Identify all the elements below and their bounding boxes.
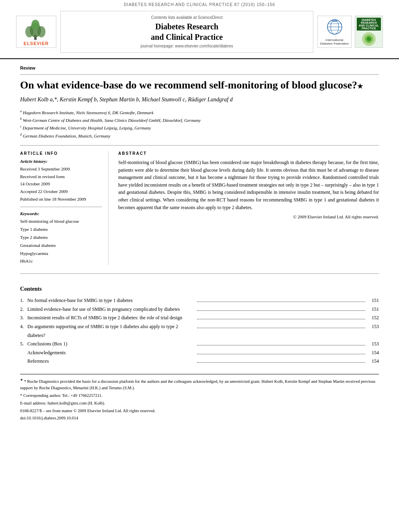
header-content: ELSEVIER Contents lists available at Sci… <box>16 8 383 55</box>
abstract-header: ABSTRACT <box>118 151 379 156</box>
authors: Hubert Kolb a,*, Kerstin Kempf b, Stepha… <box>20 95 379 104</box>
footer-notes: ★ * Roche Diagnostics provided the basis… <box>20 374 379 422</box>
article-info-col: ARTICLE INFO Article history: Received 3… <box>20 151 109 265</box>
idf-globe-icon <box>323 18 347 38</box>
right-logos: International Diabetes Federation DIABET… <box>317 16 383 48</box>
contents-label-1: No formal evidence-base for SMBG in type… <box>27 296 195 305</box>
affiliation-c: c Department of Medicine, University Hos… <box>20 124 379 131</box>
contents-item-ack: Acknowledgements 154 <box>20 349 379 357</box>
contents-page-ack: 154 <box>367 349 379 357</box>
contents-item-ref: References 154 <box>20 357 379 366</box>
contents-num-4: 4. <box>20 322 27 331</box>
article-history-text: Received 3 September 2009 Received in re… <box>20 165 102 203</box>
elsevier-wordmark: ELSEVIER <box>24 41 49 46</box>
contents-item-4: 4. Do arguments supporting use of SMBG i… <box>20 322 379 340</box>
contents-dots-5 <box>197 345 365 345</box>
contents-label-4: Do arguments supporting use of SMBG in t… <box>27 322 195 340</box>
contents-divider-top <box>20 273 379 274</box>
page: DIABETES RESEARCH AND CLINICAL PRACTICE … <box>0 0 399 532</box>
contents-page-2: 151 <box>367 305 379 314</box>
journal-title-bar: DIABETES RESEARCH AND CLINICAL PRACTICE … <box>16 0 383 8</box>
doi-line: doi:10.1016/j.diabres.2009.10.014 <box>20 415 379 422</box>
contents-num-2: 2. <box>20 305 27 314</box>
email-link[interactable]: hubert.kolb@gmx.com <box>47 401 86 405</box>
corresponding-author-note: * Corresponding author. Tel.: +49 176622… <box>20 392 379 399</box>
keywords-divider <box>20 207 102 207</box>
contents-page-5: 153 <box>367 340 379 349</box>
contents-item-1: 1. No formal evidence-base for SMBG in t… <box>20 296 379 305</box>
journal-name-box: Contents lists available at ScienceDirec… <box>60 11 313 53</box>
svg-point-3 <box>37 26 45 37</box>
svg-point-2 <box>25 26 33 37</box>
contents-dots-ref <box>197 362 365 363</box>
abstract-col: ABSTRACT Self-monitoring of blood glucos… <box>118 151 379 265</box>
contents-dots-4 <box>197 328 365 328</box>
idf-logo: International Diabetes Federation <box>317 16 352 48</box>
keywords-list: Self-monitoring of blood glucose Type 1 … <box>20 218 102 265</box>
contents-item-2: 2. Limited evidence-base for use of SMBG… <box>20 305 379 314</box>
contents-item-3: 3. Inconsistent results of RCTs of SMBG … <box>20 314 379 322</box>
contents-page-4: 153 <box>367 322 379 331</box>
elsevier-logo: ELSEVIER <box>16 16 56 48</box>
issn-line: 0168-8227/$ – see front matter © 2009 El… <box>20 408 379 415</box>
contents-title: Contents <box>20 286 379 292</box>
contents-page-3: 152 <box>367 314 379 322</box>
contents-dots-2 <box>197 310 365 311</box>
contents-page-ref: 154 <box>367 357 379 366</box>
article-title: On what evidence-base do we recommend se… <box>20 79 379 91</box>
email-line: E-mail address: hubert.kolb@gmx.com (H. … <box>20 400 379 407</box>
svg-point-4 <box>31 20 39 29</box>
drcp-graphic-icon <box>359 31 379 46</box>
contents-dots-1 <box>197 302 365 302</box>
idf-text: International Diabetes Federation <box>319 38 350 45</box>
contents-section: Contents 1. No formal evidence-base for … <box>20 282 379 366</box>
contents-label-ack: Acknowledgements <box>27 349 195 357</box>
drcp-label: DIABETES RESEARCH AND CLINICAL PRACTICE <box>357 18 381 31</box>
header: DIABETES RESEARCH AND CLINICAL PRACTICE … <box>0 0 399 59</box>
affiliation-d: d German Diabetes Foundation, Munich, Ge… <box>20 132 379 140</box>
star-note: ★ * Roche Diagnostics provided the basis… <box>20 378 379 392</box>
main-content: Review On what evidence-base do we recom… <box>0 59 399 431</box>
affiliation-b: b West-German Centre of Diabetes and Hea… <box>20 116 379 124</box>
contents-dots-ack <box>197 354 365 354</box>
contents-page-1: 151 <box>367 296 379 305</box>
two-col-divider <box>20 145 379 146</box>
contents-label-ref: References <box>27 357 195 366</box>
contents-label-5: Conclusions (Box 1) <box>27 340 195 349</box>
abstract-text: Self-monitoring of blood glucose (SMBG) … <box>118 159 379 211</box>
journal-main-title: Diabetes Research and Clinical Practice <box>65 21 309 42</box>
elsevier-tree-icon <box>22 19 50 41</box>
drcp-logo: DIABETES RESEARCH AND CLINICAL PRACTICE <box>355 16 383 48</box>
contents-available-text: Contents lists available at ScienceDirec… <box>65 15 309 20</box>
contents-item-5: 5. Conclusions (Box 1) 153 <box>20 340 379 349</box>
journal-homepage: journal homepage: www.elsevier.com/locat… <box>65 44 309 48</box>
contents-num-1: 1. <box>20 296 27 305</box>
title-divider-top <box>20 74 379 75</box>
keywords-label: Keywords: <box>20 211 102 216</box>
contents-dots-3 <box>197 319 365 319</box>
two-col-section: ARTICLE INFO Article history: Received 3… <box>20 151 379 265</box>
section-label: Review <box>20 66 379 70</box>
contents-label-2: Limited evidence-base for use of SMBG in… <box>27 305 195 314</box>
affiliation-a: a Hagedorn Research Institute, Niels Ste… <box>20 109 379 116</box>
contents-num-5: 5. <box>20 340 27 349</box>
svg-point-12 <box>367 37 371 41</box>
contents-num-3: 3. <box>20 314 27 322</box>
article-info-header: ARTICLE INFO <box>20 151 102 156</box>
affiliations: a Hagedorn Research Institute, Niels Ste… <box>20 109 379 140</box>
article-history-label: Article history: <box>20 159 102 164</box>
contents-label-3: Inconsistent results of RCTs of SMBG in … <box>27 314 195 322</box>
copyright: © 2009 Elsevier Ireland Ltd. All rights … <box>118 214 379 219</box>
